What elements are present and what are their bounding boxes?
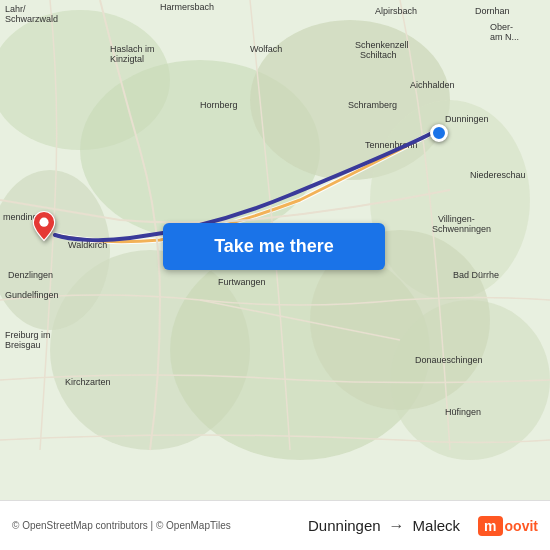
arrow-icon: → xyxy=(389,517,405,535)
svg-text:Niedereschau: Niedereschau xyxy=(470,170,526,180)
svg-text:Ober-: Ober- xyxy=(490,22,513,32)
svg-text:Furtwangen: Furtwangen xyxy=(218,277,266,287)
svg-text:am N...: am N... xyxy=(490,32,519,42)
svg-text:Kinzigtal: Kinzigtal xyxy=(110,54,144,64)
svg-text:Aichhalden: Aichhalden xyxy=(410,80,455,90)
svg-text:Waldkirch: Waldkirch xyxy=(68,240,107,250)
origin-label: Dunningen xyxy=(308,517,381,534)
svg-text:Alpirsbach: Alpirsbach xyxy=(375,6,417,16)
svg-text:Lahr/: Lahr/ xyxy=(5,4,26,14)
svg-point-41 xyxy=(39,218,48,227)
svg-text:Schwenningen: Schwenningen xyxy=(432,224,491,234)
take-me-there-label: Take me there xyxy=(214,236,334,257)
attribution-text: © OpenStreetMap contributors | © OpenMap… xyxy=(12,520,231,531)
svg-text:Denzlingen: Denzlingen xyxy=(8,270,53,280)
moovit-m-badge: m xyxy=(478,516,502,536)
bottom-bar: © OpenStreetMap contributors | © OpenMap… xyxy=(0,500,550,550)
svg-text:Hornberg: Hornberg xyxy=(200,100,238,110)
map-container: Lahr/ Schwarzwald Harmersbach Alpirsbach… xyxy=(0,0,550,500)
svg-text:Dunningen: Dunningen xyxy=(445,114,489,124)
svg-text:Schiltach: Schiltach xyxy=(360,50,397,60)
moovit-logo: m oovit xyxy=(478,516,538,536)
svg-text:Schenkenzell: Schenkenzell xyxy=(355,40,409,50)
moovit-text: oovit xyxy=(505,518,538,534)
svg-text:Schramberg: Schramberg xyxy=(348,100,397,110)
svg-text:Tennenbronn: Tennenbronn xyxy=(365,140,418,150)
svg-text:Bad Dürrhe: Bad Dürrhe xyxy=(453,270,499,280)
svg-text:Wolfach: Wolfach xyxy=(250,44,282,54)
svg-text:Kirchzarten: Kirchzarten xyxy=(65,377,111,387)
svg-text:Donaueschingen: Donaueschingen xyxy=(415,355,483,365)
svg-text:Gundelfingen: Gundelfingen xyxy=(5,290,59,300)
origin-pin xyxy=(430,124,448,142)
svg-text:Breisgau: Breisgau xyxy=(5,340,41,350)
map-attribution: © OpenStreetMap contributors | © OpenMap… xyxy=(12,520,308,531)
destination-pin xyxy=(28,210,60,246)
svg-text:Villingen-: Villingen- xyxy=(438,214,475,224)
destination-label: Maleck xyxy=(413,517,461,534)
svg-text:Schwarzwald: Schwarzwald xyxy=(5,14,58,24)
svg-text:Dornhan: Dornhan xyxy=(475,6,510,16)
route-info: Dunningen → Maleck m oovit xyxy=(308,516,538,536)
svg-text:Hüfingen: Hüfingen xyxy=(445,407,481,417)
svg-text:Freiburg im: Freiburg im xyxy=(5,330,51,340)
take-me-there-button[interactable]: Take me there xyxy=(163,223,385,270)
svg-text:Haslach im: Haslach im xyxy=(110,44,155,54)
svg-text:Harmersbach: Harmersbach xyxy=(160,2,214,12)
